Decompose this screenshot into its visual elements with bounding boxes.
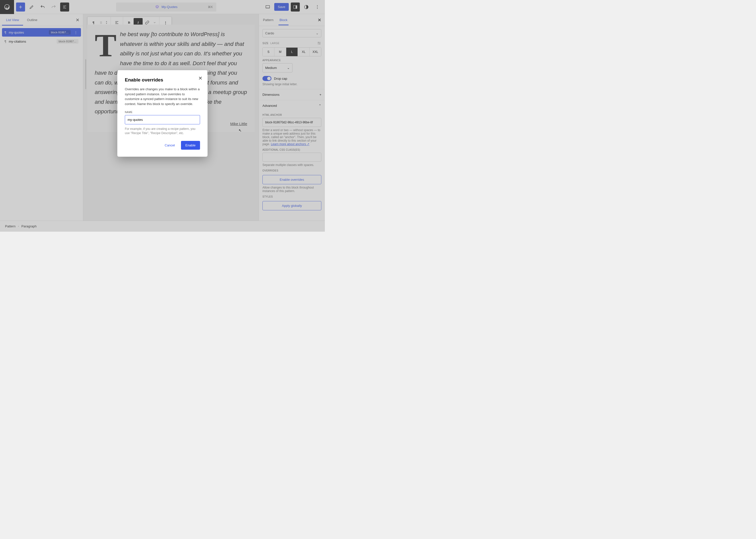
- modal-name-label: NAME: [125, 111, 200, 114]
- cancel-button[interactable]: Cancel: [161, 141, 178, 150]
- modal-close-button[interactable]: ✕: [198, 75, 202, 81]
- modal-title: Enable overrides: [125, 77, 200, 83]
- override-name-input[interactable]: [125, 115, 200, 124]
- enable-overrides-modal: ✕ Enable overrides Overrides are changes…: [117, 70, 207, 157]
- modal-hint: For example, if you are creating a recip…: [125, 127, 200, 135]
- modal-description: Overrides are changes you make to a bloc…: [125, 87, 200, 106]
- modal-overlay: ✕ Enable overrides Overrides are changes…: [0, 0, 325, 232]
- enable-button[interactable]: Enable: [181, 141, 200, 150]
